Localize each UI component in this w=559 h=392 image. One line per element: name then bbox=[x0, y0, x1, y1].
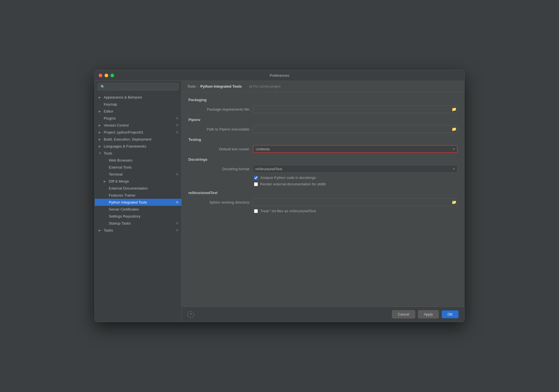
sidebar-item-label: Diff & Merge bbox=[109, 179, 179, 183]
search-box[interactable]: 🔍 bbox=[98, 83, 179, 90]
render-checkbox[interactable] bbox=[254, 182, 258, 186]
chevron-down-icon: ▼ bbox=[99, 152, 103, 155]
settings-content: Packaging Package requirements file: 📁 P… bbox=[182, 92, 464, 307]
help-button[interactable]: ? bbox=[187, 311, 194, 318]
preferences-window: Preferences 🔍 ▶ Appearance & Behavior Ke… bbox=[94, 70, 465, 322]
chevron-right-icon: ▶ bbox=[104, 180, 108, 183]
treat-checkbox[interactable] bbox=[254, 209, 258, 213]
sidebar-item-editor[interactable]: ▶ Editor bbox=[95, 108, 181, 115]
treat-checkbox-row: Treat *.txt files as reStructuredText bbox=[188, 209, 458, 213]
test-runner-dropdown-wrapper: Unittests pytest Nosetests Twisted Trial… bbox=[253, 145, 458, 153]
search-input[interactable] bbox=[107, 85, 175, 89]
breadcrumb-parent: Tools bbox=[187, 84, 196, 88]
sidebar-item-features-trainer[interactable]: Features Trainer bbox=[95, 192, 181, 199]
pipenv-path-row: Path to Pipenv executable: 📁 bbox=[188, 125, 458, 133]
sidebar-item-label: Appearance & Behavior bbox=[104, 95, 179, 99]
sidebar-item-label: Project: pythonProject01 bbox=[104, 130, 175, 134]
sphinx-row: Sphinx working directory: 📁 bbox=[188, 198, 458, 206]
chevron-right-icon: ▶ bbox=[99, 96, 103, 99]
settings-badge: ⚙ bbox=[176, 228, 179, 232]
analyze-checkbox-row: Analyze Python code in docstrings bbox=[188, 176, 458, 180]
sidebar-item-external-doc[interactable]: External Documentation bbox=[95, 185, 181, 192]
test-runner-row: Default test runner: Unittests pytest No… bbox=[188, 145, 458, 153]
folder-icon[interactable]: 📁 bbox=[452, 200, 456, 204]
breadcrumb: Tools › Python Integrated Tools ⊞ For cu… bbox=[182, 81, 464, 92]
sidebar-item-tasks[interactable]: ▶ Tasks ⚙ bbox=[95, 227, 181, 234]
sidebar-item-diff-merge[interactable]: ▶ Diff & Merge bbox=[95, 178, 181, 185]
minimize-button[interactable] bbox=[105, 74, 108, 77]
chevron-right-icon: ▶ bbox=[99, 145, 103, 148]
docstring-format-row: Docstring format: reStructuredText Epyte… bbox=[188, 165, 458, 173]
sidebar-item-label: Server Certificates bbox=[109, 207, 179, 211]
search-icon: 🔍 bbox=[101, 85, 105, 89]
docstring-format-select[interactable]: reStructuredText Epytext Google NumPy pl… bbox=[253, 165, 458, 173]
folder-icon[interactable]: 📁 bbox=[452, 107, 456, 111]
nav-list: ▶ Appearance & Behavior Keymap ▶ Editor … bbox=[95, 93, 181, 322]
footer: ? Cancel Apply OK bbox=[182, 307, 464, 322]
docstring-format-label: Docstring format: bbox=[188, 167, 250, 171]
sidebar-item-languages[interactable]: ▶ Languages & Frameworks bbox=[95, 143, 181, 150]
sidebar-item-label: Languages & Frameworks bbox=[104, 144, 179, 148]
chevron-right-icon: ▶ bbox=[99, 124, 103, 127]
sidebar-item-label: Plugins bbox=[104, 116, 175, 120]
footer-buttons: Cancel Apply OK bbox=[392, 310, 459, 318]
treat-label: Treat *.txt files as reStructuredText bbox=[260, 209, 316, 213]
sidebar-item-label: External Documentation bbox=[109, 186, 179, 190]
sidebar: 🔍 ▶ Appearance & Behavior Keymap ▶ Edito… bbox=[95, 81, 182, 322]
chevron-right-icon: ▶ bbox=[99, 138, 103, 141]
chevron-right-icon: ▶ bbox=[99, 131, 103, 134]
sidebar-item-build[interactable]: ▶ Build, Execution, Deployment bbox=[95, 136, 181, 143]
sidebar-item-label: Build, Execution, Deployment bbox=[104, 137, 179, 141]
ok-button[interactable]: OK bbox=[442, 310, 459, 318]
apply-button[interactable]: Apply bbox=[418, 310, 439, 318]
sidebar-item-label: Version Control bbox=[104, 123, 175, 127]
sidebar-item-keymap[interactable]: Keymap bbox=[95, 101, 181, 108]
pipenv-path-input[interactable] bbox=[253, 125, 458, 133]
sidebar-item-python-tools[interactable]: Python Integrated Tools ⚙ bbox=[95, 199, 181, 206]
sidebar-item-terminal[interactable]: Terminal ⚙ bbox=[95, 171, 181, 178]
sidebar-item-label: Terminal bbox=[109, 172, 175, 176]
breadcrumb-separator: › bbox=[197, 84, 198, 88]
render-label: Render external documentation for stdlib bbox=[260, 182, 326, 186]
window-controls bbox=[99, 74, 114, 77]
sphinx-input-wrapper: 📁 bbox=[253, 198, 458, 206]
package-req-input-wrapper: 📁 bbox=[253, 105, 458, 113]
maximize-button[interactable] bbox=[110, 74, 114, 77]
sidebar-item-settings-repo[interactable]: Settings Repository bbox=[95, 213, 181, 220]
sidebar-item-label: External Tools bbox=[109, 165, 179, 169]
analyze-label: Analyze Python code in docstrings bbox=[260, 176, 316, 180]
project-icon: ⊞ bbox=[249, 85, 252, 88]
sphinx-input[interactable] bbox=[253, 198, 458, 206]
settings-badge: ⚙ bbox=[176, 172, 179, 176]
render-checkbox-row: Render external documentation for stdlib bbox=[188, 182, 458, 186]
sidebar-item-server-certs[interactable]: Server Certificates bbox=[95, 206, 181, 213]
close-button[interactable] bbox=[99, 74, 102, 77]
main-panel: Tools › Python Integrated Tools ⊞ For cu… bbox=[182, 81, 464, 322]
sidebar-item-tools[interactable]: ▼ Tools bbox=[95, 150, 181, 157]
test-runner-select[interactable]: Unittests pytest Nosetests Twisted Trial bbox=[253, 145, 458, 153]
sidebar-item-external-tools[interactable]: External Tools bbox=[95, 164, 181, 171]
sidebar-item-appearance[interactable]: ▶ Appearance & Behavior bbox=[95, 94, 181, 101]
sidebar-item-web-browsers[interactable]: Web Browsers bbox=[95, 157, 181, 164]
sidebar-item-project[interactable]: ▶ Project: pythonProject01 ⚙ bbox=[95, 129, 181, 136]
chevron-right-icon: ▶ bbox=[99, 110, 103, 113]
docstring-format-dropdown-wrapper: reStructuredText Epytext Google NumPy pl… bbox=[253, 165, 458, 173]
sidebar-item-startup-tasks[interactable]: Startup Tasks ⚙ bbox=[95, 220, 181, 227]
sidebar-item-plugins[interactable]: Plugins ⚙ bbox=[95, 115, 181, 122]
package-req-row: Package requirements file: 📁 bbox=[188, 105, 458, 113]
package-req-input[interactable] bbox=[253, 105, 458, 113]
pipenv-section-header: Pipenv bbox=[188, 118, 458, 122]
window-title: Preferences bbox=[270, 73, 289, 78]
sidebar-item-label: Settings Repository bbox=[109, 214, 179, 218]
settings-badge: ⚙ bbox=[176, 221, 179, 225]
cancel-button[interactable]: Cancel bbox=[392, 310, 415, 318]
sidebar-item-label: Startup Tasks bbox=[109, 221, 175, 225]
folder-icon[interactable]: 📁 bbox=[452, 127, 456, 131]
sidebar-item-version-control[interactable]: ▶ Version Control ⚙ bbox=[95, 122, 181, 129]
chevron-right-icon: ▶ bbox=[99, 229, 103, 232]
settings-badge: ⚙ bbox=[176, 200, 179, 204]
breadcrumb-project: ⊞ For current project bbox=[249, 85, 281, 88]
help-icon: ? bbox=[190, 312, 191, 316]
pipenv-path-input-wrapper: 📁 bbox=[253, 125, 458, 133]
analyze-checkbox[interactable] bbox=[254, 176, 258, 180]
